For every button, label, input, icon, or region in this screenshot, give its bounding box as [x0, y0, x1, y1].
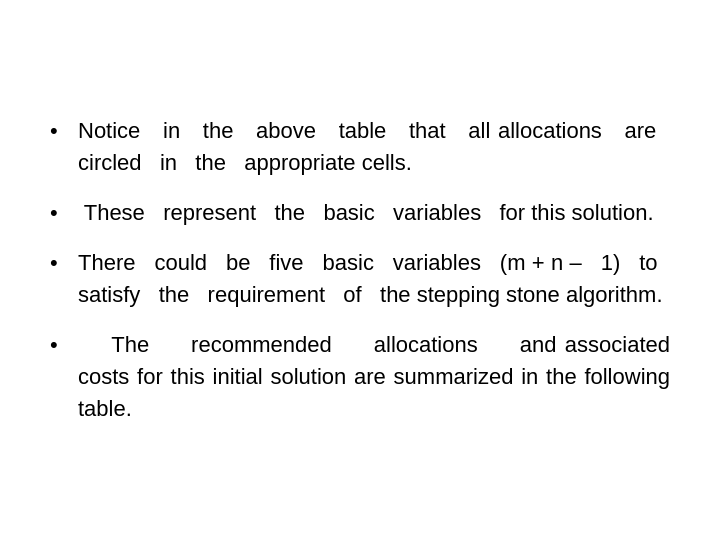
bullet-text: These represent the basic variables for … [78, 197, 670, 229]
bullet-text: The recommended allocations and associat… [78, 329, 670, 425]
bullet-text: There could be five basic variables (m +… [78, 247, 670, 311]
list-item: • These represent the basic variables fo… [50, 197, 670, 229]
list-item: • The recommended allocations and associ… [50, 329, 670, 425]
list-item: • Notice in the above table that all all… [50, 115, 670, 179]
bullet-dot: • [50, 329, 78, 361]
main-content: • Notice in the above table that all all… [20, 95, 700, 444]
bullet-list: • Notice in the above table that all all… [50, 115, 670, 424]
bullet-dot: • [50, 247, 78, 279]
bullet-dot: • [50, 197, 78, 229]
bullet-dot: • [50, 115, 78, 147]
list-item: • There could be five basic variables (m… [50, 247, 670, 311]
bullet-text: Notice in the above table that all alloc… [78, 115, 670, 179]
